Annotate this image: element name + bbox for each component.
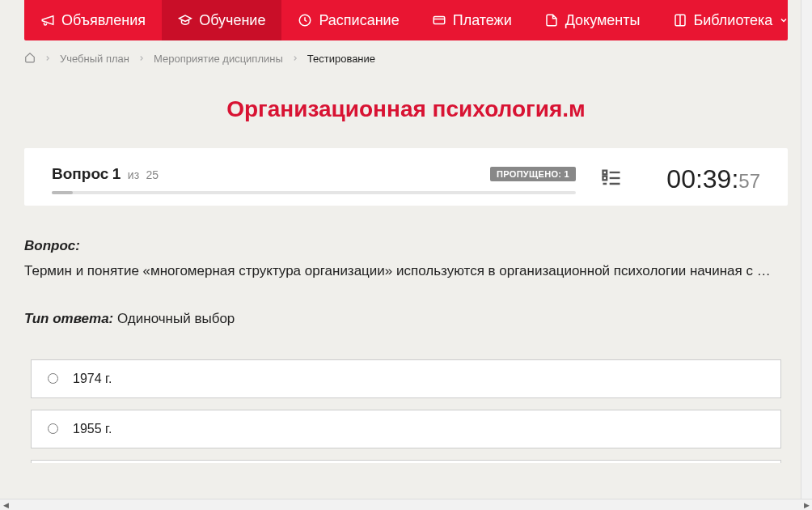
file-icon: [544, 13, 559, 28]
question-body: Вопрос: Термин и понятие «многомерная ст…: [24, 206, 788, 463]
nav-label: Объявления: [61, 12, 146, 29]
chevron-right-icon: [44, 53, 52, 65]
nav-learning[interactable]: Обучение: [162, 0, 281, 40]
breadcrumb-current: Тестирование: [307, 53, 375, 65]
answer-text: 1955 г.: [73, 422, 112, 436]
progress-bar: [52, 191, 576, 194]
svg-rect-3: [603, 176, 607, 180]
vertical-scrollbar[interactable]: [801, 0, 812, 499]
graduation-cap-icon: [178, 13, 192, 28]
question-number-prefix: Вопрос: [52, 165, 108, 182]
nav-label: Документы: [565, 12, 641, 29]
answer-option-partial: [31, 460, 781, 463]
nav-label: Библиотека: [694, 12, 773, 29]
question-text: Термин и понятие «многомерная структура …: [24, 261, 788, 282]
timer-seconds: 57: [738, 170, 760, 192]
clock-icon: [298, 13, 312, 28]
answer-option[interactable]: 1955 г.: [31, 410, 781, 448]
nav-label: Расписание: [319, 12, 399, 29]
breadcrumb-link[interactable]: Учебный план: [60, 53, 129, 65]
progress-fill: [52, 191, 73, 194]
nav-label: Обучение: [199, 12, 265, 29]
svg-rect-1: [433, 17, 445, 24]
nav-documents[interactable]: Документы: [528, 0, 657, 40]
nav-payments[interactable]: Платежи: [416, 0, 528, 40]
timer-main: 00:39:: [666, 164, 738, 193]
question-total-prefix: из: [128, 168, 139, 181]
chevron-down-icon: [779, 15, 789, 25]
answer-radio[interactable]: [48, 373, 58, 384]
nav-announcements[interactable]: Объявления: [24, 0, 162, 40]
chevron-right-icon: [137, 53, 146, 65]
skipped-badge: ПРОПУЩЕНО: 1: [490, 167, 576, 181]
answer-option[interactable]: 1974 г.: [31, 359, 781, 398]
nav-schedule[interactable]: Расписание: [281, 0, 415, 40]
megaphone-icon: [40, 13, 55, 28]
question-total: 25: [146, 168, 159, 181]
horizontal-scrollbar[interactable]: ◀ ▶: [0, 499, 812, 510]
home-icon[interactable]: [24, 52, 36, 66]
page-title: Организационная психология.м: [24, 96, 788, 122]
scroll-right-arrow[interactable]: ▶: [801, 499, 812, 510]
timer: 00:39:57: [647, 164, 760, 194]
svg-rect-2: [603, 170, 607, 174]
chevron-right-icon: [291, 53, 299, 65]
breadcrumb-link[interactable]: Мероприятие дисциплины: [154, 53, 283, 65]
answer-text: 1974 г.: [73, 372, 112, 386]
card-icon: [432, 13, 446, 28]
breadcrumb: Учебный план Мероприятие дисциплины Тест…: [24, 40, 788, 77]
answers-list: 1974 г. 1955 г.: [24, 359, 788, 463]
question-label: Вопрос:: [24, 238, 788, 254]
main-nav: Объявления Обучение Расписание Платежи Д…: [24, 0, 788, 40]
library-icon: [673, 13, 687, 28]
question-header: Вопрос 1 из 25 ПРОПУЩЕНО: 1 00:39:57: [24, 148, 788, 206]
scroll-left-arrow[interactable]: ◀: [0, 499, 11, 510]
answer-type-label: Тип ответа:: [24, 311, 113, 326]
question-list-button[interactable]: [600, 167, 623, 193]
question-number: 1: [112, 165, 121, 182]
nav-label: Платежи: [453, 12, 512, 29]
answer-radio[interactable]: [48, 423, 58, 434]
answer-type: Одиночный выбор: [117, 311, 235, 326]
nav-library[interactable]: Библиотека: [657, 0, 806, 40]
